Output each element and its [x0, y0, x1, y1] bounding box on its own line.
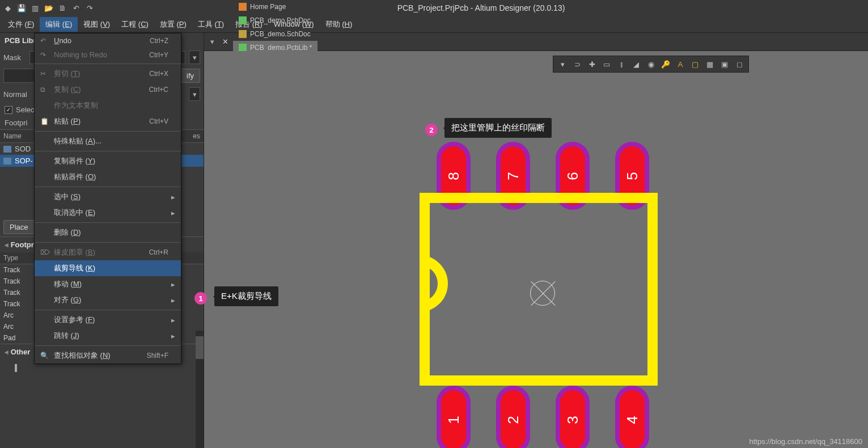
tab-list-dropdown[interactable]: ▾ [206, 37, 218, 46]
canvas-toolbar: ▾⊃✚▭⫿◢◉🔑A▢▦▣◻ [553, 56, 749, 73]
menu-item-: 作为文本复制 [35, 98, 181, 113]
mask-dropdown[interactable]: ▾ [189, 50, 200, 64]
app-icon: ◆ [3, 3, 12, 12]
redo-icon[interactable]: ↷ [85, 3, 94, 12]
menu-item-s[interactable]: 选中 (S)▸ [35, 189, 181, 205]
pad-3[interactable]: 3 [556, 386, 590, 448]
canvas-tool-0[interactable]: ▾ [555, 58, 570, 70]
menu-bar: 文件 (F) 编辑 (E) 视图 (V) 工程 (C) 放置 (P) 工具 (T… [0, 16, 868, 33]
save-icon[interactable]: 💾 [17, 3, 26, 12]
canvas-tool-5[interactable]: ◢ [629, 58, 643, 70]
pcb-canvas[interactable]: ▾⊃✚▭⫿◢◉🔑A▢▦▣◻ 2 把这里管脚上的丝印隔断 8765 1234 ht… [204, 51, 868, 448]
mask-label: Mask [3, 53, 26, 62]
annotation-text-1: E+K裁剪导线 [214, 286, 278, 306]
menu-item-f[interactable]: 设置参考 (F)▸ [35, 312, 181, 328]
menu-item-c: ⧉复制 (C)Ctrl+C [35, 82, 181, 98]
canvas-tool-3[interactable]: ▭ [599, 58, 614, 70]
menu-project[interactable]: 工程 (C) [116, 17, 154, 32]
other-slider[interactable] [15, 364, 17, 372]
open-icon[interactable]: 📂 [44, 3, 53, 12]
folder-icon[interactable]: ▥ [31, 3, 40, 12]
canvas-tool-6[interactable]: ◉ [643, 58, 658, 70]
normal-label: Normal [3, 90, 27, 99]
menu-item-e[interactable]: 取消选中 (E)▸ [35, 205, 181, 221]
place-button[interactable]: Place [3, 220, 35, 234]
menu-view[interactable]: 视图 (V) [78, 17, 116, 32]
menu-file[interactable]: 文件 (F) [2, 17, 40, 32]
doc-icon[interactable]: 🗎 [58, 3, 67, 12]
origin-marker [530, 281, 555, 306]
undo-icon[interactable]: ↶ [71, 3, 81, 12]
annotation-badge-2: 2 [425, 124, 438, 136]
canvas-tool-9[interactable]: ▢ [688, 58, 702, 70]
col-es[interactable]: es [189, 130, 204, 142]
menu-item-n[interactable]: 🔍查找相似对象 (N)Shift+F [35, 348, 181, 364]
annotation-badge-1: 1 [194, 292, 207, 305]
tab-pcb_demoschdoc[interactable]: PCB_demo.SchDoc [233, 27, 317, 41]
tab-close[interactable]: ✕ [219, 37, 232, 46]
menu-edit[interactable]: 编辑 (E) [40, 17, 78, 32]
canvas-tool-2[interactable]: ✚ [585, 58, 599, 70]
menu-item-d[interactable]: 删除 (D) [35, 225, 181, 240]
menu-item-g[interactable]: 对齐 (G)▸ [35, 292, 181, 308]
window-title: PCB_Project.PrjPcb - Altium Designer (20… [94, 3, 868, 12]
menu-item-a[interactable]: 特殊粘贴 (A)... [35, 133, 181, 149]
pad-2[interactable]: 2 [496, 386, 530, 448]
menu-item-undo[interactable]: ↶UndoCtrl+Z [35, 33, 181, 48]
tab-pcb_demopcbdoc[interactable]: PCB_demo.PcbDoc [233, 14, 317, 27]
canvas-tool-7[interactable]: 🔑 [658, 58, 673, 70]
menu-item-p[interactable]: 📋粘贴 (P)Ctrl+V [35, 113, 181, 129]
canvas-tool-4[interactable]: ⫿ [614, 58, 629, 70]
menu-item-y[interactable]: 复制器件 (Y) [35, 153, 181, 169]
document-tabs: ▾ ✕ Home PagePCB_demo.PcbDocPCB_demo.Sch… [204, 33, 868, 51]
edit-dropdown-menu: ↶UndoCtrl+Z↷Nothing to RedoCtrl+Y✂剪切 (T)… [34, 33, 181, 364]
menu-help[interactable]: 帮助 (H) [320, 17, 358, 32]
menu-item-k[interactable]: 裁剪导线 (K) [35, 260, 181, 276]
titlebar-icons: ◆ 💾 ▥ 📂 🗎 ↶ ↷ [0, 3, 94, 12]
annotation-text-2: 把这里管脚上的丝印隔断 [444, 118, 552, 138]
menu-item-o[interactable]: 粘贴器件 (O) [35, 169, 181, 185]
canvas-tool-10[interactable]: ▦ [702, 58, 717, 70]
menu-item-j[interactable]: 跳转 (J)▸ [35, 328, 181, 344]
pad-4[interactable]: 4 [615, 386, 649, 448]
canvas-tool-1[interactable]: ⊃ [570, 58, 585, 70]
menu-place[interactable]: 放置 (P) [154, 17, 192, 32]
tab-homepage[interactable]: Home Page [233, 0, 317, 14]
menu-item-b: ⌦橡皮图章 (B)Ctrl+R [35, 244, 181, 260]
select-label: Select [16, 105, 36, 114]
menu-tools[interactable]: 工具 (T) [192, 17, 230, 32]
col-type[interactable]: Type [3, 254, 37, 262]
normal-dropdown[interactable]: ▾ [189, 87, 200, 101]
pad-1[interactable]: 1 [437, 386, 471, 448]
primitives-scrollbar[interactable] [196, 331, 204, 448]
menu-item-t: ✂剪切 (T)Ctrl+X [35, 66, 181, 82]
canvas-tool-8[interactable]: A [673, 58, 688, 70]
watermark: https://blog.csdn.net/qq_34118600 [750, 437, 863, 446]
menu-item-nothingtoredo: ↷Nothing to RedoCtrl+Y [35, 48, 181, 62]
canvas-tool-12[interactable]: ◻ [732, 58, 747, 70]
magnify-button[interactable]: ify [180, 69, 200, 83]
canvas-tool-11[interactable]: ▣ [717, 58, 732, 70]
menu-item-m[interactable]: 移动 (M)▸ [35, 276, 181, 292]
select-checkbox[interactable]: ✓ [5, 106, 12, 114]
title-bar: ◆ 💾 ▥ 📂 🗎 ↶ ↷ PCB_Project.PrjPcb - Altiu… [0, 0, 868, 16]
